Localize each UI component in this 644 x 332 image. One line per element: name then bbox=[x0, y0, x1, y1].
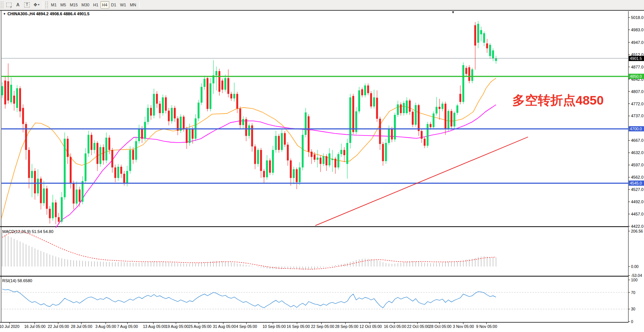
chart-canvas[interactable] bbox=[0, 10, 644, 332]
candle bbox=[115, 167, 116, 178]
candle bbox=[106, 138, 107, 160]
price-badge-4850.0[interactable]: 4850.0 bbox=[629, 74, 644, 79]
candle bbox=[489, 45, 491, 56]
macd-axis-label: 206.56 bbox=[631, 229, 643, 233]
candle bbox=[112, 150, 113, 167]
time-label: 28 Oct 05:00 bbox=[429, 324, 451, 329]
candle bbox=[373, 98, 375, 106]
candle bbox=[436, 107, 438, 114]
candle bbox=[46, 188, 48, 209]
collapse-triangle-icon[interactable]: ▼ bbox=[3, 12, 6, 16]
price-tick-label: 4877.0 bbox=[631, 65, 644, 69]
rsi-axis-label: 30 bbox=[631, 307, 635, 311]
time-label: 25 Aug 05:00 bbox=[189, 324, 212, 329]
candle bbox=[126, 171, 128, 183]
candle bbox=[1, 86, 3, 95]
candle bbox=[427, 124, 429, 146]
price-tick-label: 4527.0 bbox=[631, 187, 644, 192]
candle bbox=[480, 30, 482, 34]
move-arrows-icon: ✥ bbox=[33, 2, 37, 7]
time-label: 12 Oct 05:00 bbox=[360, 324, 382, 329]
rsi-axis-label: 0 bbox=[631, 319, 633, 324]
candle bbox=[210, 83, 212, 109]
candle bbox=[198, 103, 200, 118]
macd-indicator-label: MACD(12,26,9) 51.54 54.80 bbox=[2, 229, 54, 234]
candle bbox=[82, 181, 84, 202]
candle bbox=[239, 109, 241, 125]
candle bbox=[70, 157, 72, 184]
timeframe-button-d1[interactable]: D1 bbox=[109, 1, 118, 9]
candle bbox=[463, 65, 464, 102]
time-label: 7 Aug 05:00 bbox=[117, 324, 138, 329]
timeframe-drag-handle[interactable] bbox=[45, 1, 48, 8]
arrow-tool-button[interactable]: A bbox=[13, 1, 22, 9]
timeframe-button-mn[interactable]: MN bbox=[128, 1, 138, 9]
candle bbox=[58, 217, 60, 222]
candle bbox=[97, 143, 99, 164]
time-label: 16 Jul 05:00 bbox=[24, 324, 45, 329]
candle bbox=[31, 171, 33, 178]
candle bbox=[168, 111, 170, 121]
candle bbox=[302, 135, 304, 167]
time-label: 22 Jul 05:00 bbox=[48, 324, 69, 329]
candle bbox=[207, 78, 209, 109]
candle bbox=[43, 188, 45, 203]
candle bbox=[25, 124, 27, 150]
candle bbox=[352, 96, 354, 132]
candle bbox=[272, 150, 274, 173]
candle bbox=[204, 79, 206, 87]
text-label-button[interactable]: T bbox=[22, 1, 32, 9]
price-badge-4545.0[interactable]: 4545.0 bbox=[629, 181, 644, 186]
candle bbox=[186, 129, 188, 143]
candle bbox=[296, 169, 298, 182]
candle bbox=[460, 94, 461, 102]
timeframe-button-h1[interactable]: H1 bbox=[91, 1, 100, 9]
candle bbox=[433, 114, 435, 127]
candle bbox=[370, 93, 372, 106]
candle bbox=[156, 94, 158, 103]
price-badge-4901.5[interactable]: 4901.5 bbox=[629, 56, 644, 61]
timeframe-button-w1[interactable]: W1 bbox=[118, 1, 128, 9]
candle bbox=[135, 141, 137, 160]
candle bbox=[415, 105, 417, 125]
time-label: 28 Sep 05:00 bbox=[335, 324, 358, 329]
timeframe-button-m1[interactable]: M1 bbox=[49, 1, 58, 9]
candle bbox=[162, 98, 164, 113]
candle bbox=[150, 108, 152, 116]
price-tick-label: 4492.0 bbox=[631, 199, 644, 204]
candle bbox=[55, 202, 57, 217]
chart-shift-marker[interactable]: ▼ bbox=[451, 10, 455, 14]
candle bbox=[22, 108, 24, 124]
price-badge-4700.0[interactable]: 4700.0 bbox=[629, 126, 644, 131]
candle bbox=[222, 80, 223, 89]
rsi-line bbox=[2, 289, 496, 308]
candle bbox=[495, 58, 497, 61]
timeframe-button-m15[interactable]: M15 bbox=[68, 1, 80, 9]
price-tick-label: 4807.0 bbox=[631, 89, 644, 94]
drawing-tools-button[interactable]: ✥ ▾ bbox=[32, 1, 41, 9]
timeframe-button-m30[interactable]: M30 bbox=[80, 1, 91, 9]
candle bbox=[147, 108, 149, 122]
time-label: 16 Oct 05:00 bbox=[384, 324, 406, 329]
candle bbox=[120, 167, 122, 174]
candle bbox=[28, 150, 30, 178]
candle bbox=[403, 103, 405, 113]
candle bbox=[457, 105, 458, 113]
candle bbox=[117, 167, 119, 178]
toolbar-drag-handle[interactable] bbox=[1, 1, 3, 8]
candle bbox=[245, 119, 247, 136]
chart-window[interactable]: ▼ CHINA300-,H4 4894.2 4908.6 4886.4 4901… bbox=[0, 10, 644, 332]
candle bbox=[448, 111, 450, 129]
candle bbox=[263, 171, 265, 177]
candle bbox=[439, 107, 441, 109]
candle bbox=[64, 139, 66, 197]
candle bbox=[260, 150, 262, 171]
time-label: 9 Nov 05:00 bbox=[476, 324, 497, 329]
grid-properties-button[interactable]: F bbox=[4, 1, 13, 9]
candle bbox=[67, 139, 69, 157]
candle bbox=[284, 133, 286, 145]
timeframe-button-h4[interactable]: H4 bbox=[100, 1, 109, 9]
price-tick-label: 4457.0 bbox=[631, 212, 644, 216]
candle bbox=[171, 108, 173, 121]
timeframe-button-m5[interactable]: M5 bbox=[58, 1, 68, 9]
